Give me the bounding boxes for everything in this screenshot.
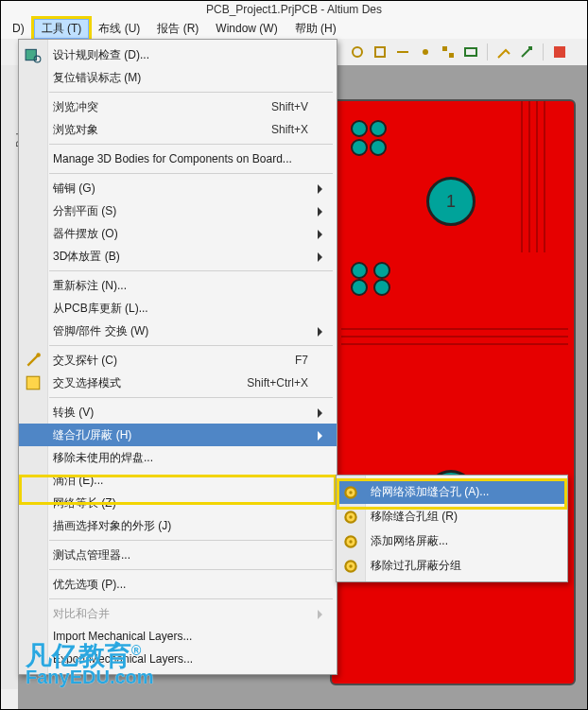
toolbar-icon-1[interactable] [349,43,366,61]
menu-separator [49,569,333,570]
menu-tools[interactable]: 工具 (T) [34,19,90,39]
via-icon [342,484,359,499]
pcb-via [351,262,368,279]
menu-item-preferences[interactable]: 优先选项 (P)... [19,573,337,596]
svg-rect-3 [442,46,447,51]
menu-item-cross-probe[interactable]: 交叉探针 (C)F7 [19,349,337,372]
svg-point-0 [353,47,362,57]
svg-point-16 [349,540,352,543]
menu-item-manage-3d-bodies[interactable]: Manage 3D Bodies for Components on Board… [19,147,337,170]
menu-item-update-from-lib[interactable]: 从PCB库更新 (L)... [19,297,337,320]
via-icon [342,509,359,524]
submenu-arrow-icon [318,230,327,239]
via-stitching-submenu: 给网络添加缝合孔 (A)... 移除缝合孔组 (R) 添加网络屏蔽... 移除过… [336,475,568,582]
pcb-trace [528,101,530,252]
svg-point-18 [349,564,352,567]
shortcut-label: Shift+V [271,100,308,113]
tools-dropdown: 设计规则检查 (D)... 复位错误标志 (M) 浏览冲突Shift+V 浏览对… [18,39,337,675]
pcb-via [373,262,390,279]
pcb-view[interactable]: 1 [330,99,576,685]
left-panel-strip[interactable]: .Pcb [1,65,19,689]
submenu-arrow-icon [318,207,327,216]
toolbar-icon-4[interactable] [417,43,434,61]
window-title: PCB_Project1.PrjPCB - Altium Des [1,1,587,18]
submenu-item-remove-stitching-group[interactable]: 移除缝合孔组 (R) [337,504,567,528]
menu-help[interactable]: 帮助 (H) [287,19,344,39]
menu-item-export-mech-layers[interactable]: Export Mechanical Layers... [19,648,337,670]
pcb-via [351,120,368,137]
menu-item-teardrops[interactable]: 滴泪 (E)... [19,469,337,492]
toolbar-separator [487,43,488,61]
submenu-arrow-icon [318,252,327,262]
menu-item-3d-body[interactable]: 3D体放置 (B) [19,245,337,268]
pcb-trace [341,328,568,330]
toolbar-icon-2[interactable] [372,43,389,61]
pcb-via [351,139,368,156]
svg-point-2 [423,49,428,55]
svg-rect-4 [449,53,454,58]
shortcut-label: Shift+Ctrl+X [247,376,308,390]
menu-item-convert[interactable]: 转换 (V) [19,401,337,424]
menu-bar: D) 工具 (T) 布线 (U) 报告 (R) Window (W) 帮助 (H… [1,18,587,39]
pcb-trace [521,101,523,252]
menu-item-via-stitching[interactable]: 缝合孔/屏蔽 (H) [19,424,337,446]
menu-report[interactable]: 报告 (R) [149,19,206,39]
menu-item-drc[interactable]: 设计规则检查 (D)... [19,43,337,66]
menu-item-browse-objects[interactable]: 浏览对象Shift+X [19,118,337,141]
menu-item-reannotate[interactable]: 重新标注 (N)... [19,274,337,297]
toolbar-icon-6[interactable] [462,43,479,61]
toolbar-icon-5[interactable] [440,43,457,61]
menu-item-reset-errors[interactable]: 复位错误标志 (M) [19,66,337,89]
toolbar-icon-7[interactable] [495,43,512,61]
menu-item-placement[interactable]: 器件摆放 (O) [19,222,337,245]
pcb-via [370,120,387,137]
menu-separator [49,345,333,346]
menu-item-remove-unused-pads[interactable]: 移除未使用的焊盘... [19,446,337,469]
menu-item-polygon[interactable]: 铺铜 (G) [19,177,337,199]
menu-item-testpoint-manager[interactable]: 测试点管理器... [19,544,337,566]
menu-item-cross-select[interactable]: 交叉选择模式Shift+Ctrl+X [19,372,337,394]
menu-item-split-planes[interactable]: 分割平面 (S) [19,199,337,222]
menu-route[interactable]: 布线 (U) [91,19,147,39]
pad-label: 1 [429,180,473,223]
menu-item-outline-selected[interactable]: 描画选择对象的外形 (J) [19,514,337,537]
via-icon [342,558,359,573]
svg-rect-10 [26,376,40,390]
menu-separator [49,598,333,599]
menu-separator [49,540,333,541]
menu-d-fragment[interactable]: D) [5,20,32,37]
svg-point-12 [349,491,352,494]
menu-separator [49,397,333,398]
menu-separator [49,173,333,174]
via-icon [342,533,359,548]
submenu-arrow-icon [318,327,327,337]
toolbar-icon-9[interactable] [551,43,568,61]
menu-item-equalize-nets[interactable]: 网络等长 (Z) [19,492,337,514]
svg-point-9 [36,353,41,357]
submenu-item-add-shielding[interactable]: 添加网络屏蔽... [337,528,567,553]
menu-item-compare-merge: 对比和合并 [19,602,337,625]
crosssel-icon [25,375,42,390]
menu-item-import-mech-layers[interactable]: Import Mechanical Layers... [19,625,337,648]
toolbar-separator-2 [543,43,544,61]
pcb-via [373,279,390,296]
submenu-arrow-icon [318,610,327,619]
menu-item-browse-conflicts[interactable]: 浏览冲突Shift+V [19,95,337,118]
menu-item-pin-swap[interactable]: 管脚/部件 交换 (W) [19,320,337,342]
menu-separator [49,270,333,271]
menu-separator [49,144,333,145]
pcb-via [370,139,387,156]
menu-window[interactable]: Window (W) [208,20,285,37]
submenu-arrow-icon [318,184,327,194]
submenu-item-add-stitching-to-net[interactable]: 给网络添加缝合孔 (A)... [337,479,567,504]
pcb-via [351,279,368,296]
submenu-item-remove-shielding-group[interactable]: 移除过孔屏蔽分组 [337,553,567,578]
toolbar-icon-8[interactable] [518,43,535,61]
pcb-trace [544,101,545,252]
shortcut-label: F7 [295,354,308,367]
toolbar-icon-3[interactable] [394,43,411,61]
pcb-trace [341,343,568,345]
svg-rect-1 [375,47,385,57]
submenu-arrow-icon [318,408,327,418]
drc-icon [25,47,42,62]
